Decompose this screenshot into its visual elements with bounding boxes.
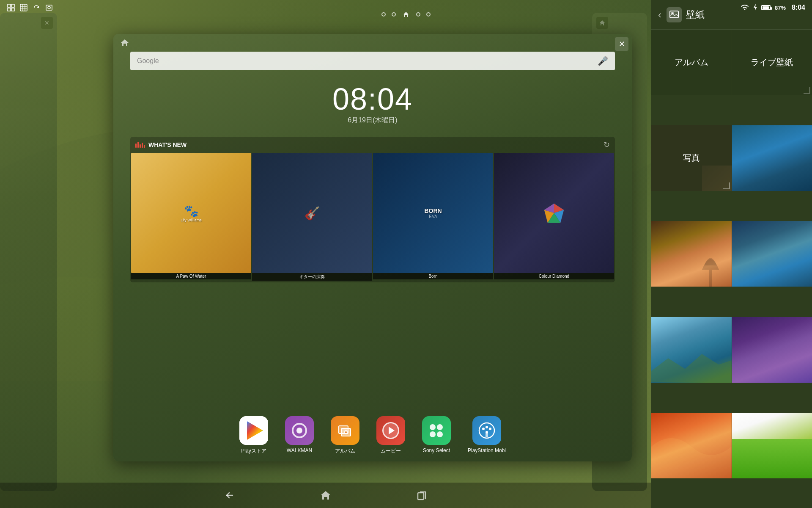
battery-icon [761, 5, 771, 10]
svg-point-26 [486, 426, 488, 428]
thumb-diamond [494, 153, 614, 273]
home-button[interactable] [320, 489, 332, 501]
app-album[interactable]: アルバム [331, 416, 359, 455]
app-playstore-label: Playストア [241, 447, 266, 455]
dot-navigation [381, 10, 431, 19]
app-ps-label: PlayStation Mobi [468, 447, 506, 453]
whats-new-widget: WHAT'S NEW ↻ 🐾 Lily Williams A Paw Of Wa… [130, 137, 615, 282]
clock-time: 08:04 [113, 84, 632, 114]
clock-display: 08:04 6月19日(木曜日) [113, 84, 632, 125]
svg-rect-32 [709, 270, 712, 287]
app-dock: Playストア WALKMAN [113, 408, 632, 461]
wallpaper-option-mountain[interactable] [651, 317, 732, 383]
left-panel-x: ✕ [41, 17, 53, 29]
music-item-guitar[interactable]: 🎸 ギターの演奏 [252, 153, 372, 281]
screenshot-icon [45, 3, 53, 12]
status-icons-left [7, 3, 53, 12]
charge-icon [753, 3, 758, 12]
svg-point-22 [345, 431, 347, 433]
mic-icon[interactable]: 🎤 [598, 56, 608, 66]
app-sony-select[interactable]: Sony Select [422, 416, 451, 455]
refresh-icon[interactable]: ↻ [604, 140, 610, 149]
app-movie[interactable]: ムービー [376, 416, 405, 455]
battery-percent: 87% [775, 5, 786, 11]
svg-rect-28 [486, 433, 488, 437]
svg-rect-1 [11, 4, 14, 7]
app-walkman-label: WALKMAN [287, 447, 312, 453]
music-label-guitar: ギターの演奏 [252, 273, 372, 281]
back-button[interactable] [223, 489, 235, 501]
app-ps-mobile[interactable]: PlayStation Mobi [468, 416, 506, 455]
svg-point-24 [482, 428, 485, 430]
left-background-panel: ✕ [0, 13, 57, 491]
svg-rect-3 [11, 8, 14, 11]
music-item-diamond[interactable]: Colour Diamond [494, 153, 614, 281]
nav-dot-4[interactable] [416, 12, 420, 17]
svg-rect-4 [20, 4, 27, 11]
svg-point-25 [489, 428, 491, 430]
music-item-born[interactable]: BORN EVA Born [373, 153, 493, 281]
search-placeholder: Google [137, 57, 594, 65]
svg-rect-0 [8, 4, 11, 7]
nav-dot-5[interactable] [426, 12, 431, 17]
wallpaper-live-label: ライブ壁紙 [732, 30, 812, 95]
svg-point-10 [48, 6, 50, 9]
app-walkman[interactable]: WALKMAN [285, 416, 314, 455]
nav-home-dot[interactable] [402, 10, 410, 19]
bars-icon [135, 142, 145, 148]
bottom-navigation [0, 483, 651, 508]
wallpaper-photos-label: 写真 [651, 125, 732, 191]
nav-dot-1[interactable] [381, 12, 386, 17]
nav-dot-2[interactable] [392, 12, 396, 17]
wifi-icon [740, 3, 749, 12]
wallpaper-option-sunset[interactable] [651, 221, 732, 287]
thumb-born: BORN EVA [373, 153, 493, 273]
app-album-label: アルバム [335, 447, 355, 455]
svg-rect-9 [46, 5, 52, 10]
wallpaper-option-live[interactable]: ライブ壁紙 [732, 30, 812, 95]
svg-rect-2 [8, 8, 11, 11]
app-movie-label: ムービー [381, 447, 401, 455]
recent-button[interactable] [416, 489, 428, 501]
wallpaper-album-label: アルバム [651, 30, 732, 95]
status-icons-right: 87% 8:04 [740, 3, 805, 12]
app-playstore[interactable]: Playストア [239, 416, 268, 455]
wallpaper-option-purple[interactable] [732, 317, 812, 383]
wallpaper-panel: ‹ 壁紙 アルバム ライブ壁紙 写真 [651, 0, 812, 508]
grid-icon [19, 3, 28, 12]
wallpaper-option-coastal[interactable] [732, 221, 812, 287]
wallpaper-option-blue-water[interactable] [732, 125, 812, 191]
music-label-paw: A Paw Of Water [131, 273, 251, 279]
music-label-diamond: Colour Diamond [494, 273, 614, 279]
wallpaper-option-orange[interactable] [651, 413, 732, 478]
window-manager-icon [7, 3, 15, 12]
svg-rect-33 [418, 493, 424, 500]
rotate-icon [32, 3, 41, 12]
whats-new-header: WHAT'S NEW ↻ [130, 137, 615, 153]
whats-new-title: WHAT'S NEW [135, 141, 187, 148]
whats-new-items: 🐾 Lily Williams A Paw Of Water 🎸 ギターの演奏 [130, 153, 615, 282]
wallpaper-option-grass[interactable] [732, 413, 812, 478]
main-panel: ✕ Google 🎤 08:04 6月19日(木曜日) [113, 34, 632, 461]
thumb-guitar: 🎸 [252, 153, 372, 273]
clock-date: 6月19日(木曜日) [113, 116, 632, 125]
app-sony-label: Sony Select [423, 447, 450, 453]
clock-status: 8:04 [792, 4, 805, 11]
wallpaper-option-photos[interactable]: 写真 [651, 125, 732, 191]
panel-close-button[interactable]: ✕ [615, 37, 628, 51]
music-label-born: Born [373, 273, 493, 279]
panel-home-icon [120, 38, 129, 47]
search-bar[interactable]: Google 🎤 [130, 52, 615, 70]
panel-topbar: ✕ [113, 34, 632, 52]
wallpaper-option-album[interactable]: アルバム [651, 30, 732, 95]
wallpaper-options-grid: アルバム ライブ壁紙 写真 [651, 30, 812, 508]
thumb-paw: 🐾 Lily Williams [131, 153, 251, 273]
music-item-paw[interactable]: 🐾 Lily Williams A Paw Of Water [131, 153, 251, 281]
